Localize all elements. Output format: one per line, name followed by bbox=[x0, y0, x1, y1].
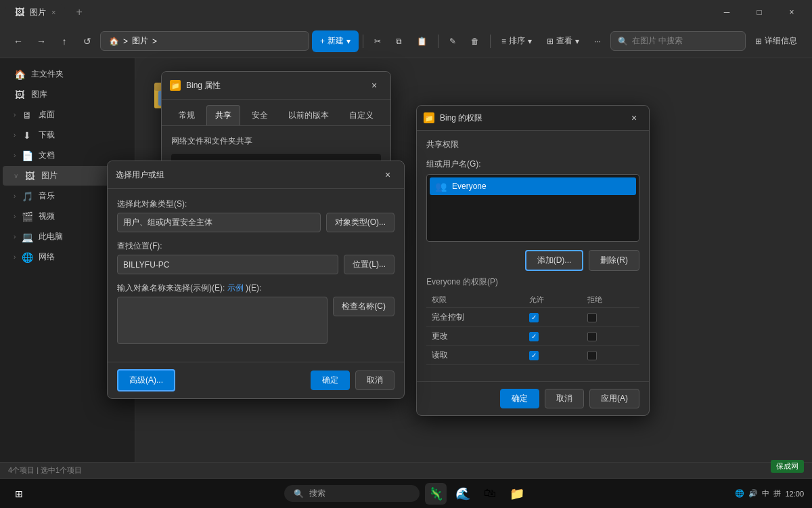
computer-icon: 💻 bbox=[21, 232, 33, 242]
location-label: 查找位置(F): bbox=[117, 240, 394, 252]
minimize-button[interactable]: ─ bbox=[712, 3, 742, 22]
view-dropdown-icon: ▾ bbox=[575, 37, 579, 46]
tab-label: 图片 bbox=[30, 7, 46, 18]
sidebar-label-documents: 文档 bbox=[39, 150, 55, 161]
perm-read-deny bbox=[582, 346, 640, 365]
select-users-title-bar: 选择用户或组 × bbox=[108, 161, 404, 189]
tab-previous-versions[interactable]: 以前的版本 bbox=[279, 105, 338, 125]
select-users-cancel-button[interactable]: 取消 bbox=[355, 371, 394, 390]
select-users-close-button[interactable]: × bbox=[380, 167, 396, 183]
lang-indicator[interactable]: 中 bbox=[762, 488, 769, 499]
sidebar-label-home: 主文件夹 bbox=[31, 68, 64, 80]
tab-security[interactable]: 安全 bbox=[243, 105, 277, 125]
read-allow-checkbox[interactable]: ✓ bbox=[529, 351, 539, 360]
address-bar[interactable]: 🏠 > 图片 > bbox=[100, 31, 309, 51]
full-control-allow-checkbox[interactable]: ✓ bbox=[529, 313, 539, 322]
view-button[interactable]: ⊞ 查看 ▾ bbox=[540, 30, 586, 52]
network-tray-icon[interactable]: 🌐 bbox=[735, 489, 744, 498]
up-button[interactable]: ↑ bbox=[54, 31, 74, 51]
refresh-button[interactable]: ↺ bbox=[77, 31, 97, 51]
forward-button[interactable]: → bbox=[31, 31, 51, 51]
taskbar-folder-icon[interactable]: 📁 bbox=[506, 483, 528, 505]
everyone-user-item[interactable]: 👥 Everyone bbox=[430, 177, 636, 195]
share-permissions-label: 共享权限 bbox=[426, 139, 639, 150]
change-allow-checkbox[interactable]: ✓ bbox=[529, 332, 539, 341]
bing-props-title-bar: 📁 Bing 属性 × bbox=[162, 72, 390, 100]
detail-icon: ⊞ bbox=[755, 37, 762, 46]
taskbar-edge-icon[interactable]: 🌊 bbox=[452, 483, 474, 505]
object-type-row: 选择此对象类型(S): 用户、组或内置安全主体 对象类型(O)... bbox=[117, 198, 394, 232]
remove-button[interactable]: 删除(R) bbox=[589, 250, 639, 271]
sidebar-label-computer: 此电脑 bbox=[39, 231, 63, 242]
select-users-ok-button[interactable]: 确定 bbox=[311, 371, 350, 390]
object-types-button[interactable]: 对象类型(O)... bbox=[326, 213, 394, 232]
permissions-table-label: Everyone 的权限(P) bbox=[426, 276, 639, 288]
tab-close-icon[interactable]: × bbox=[51, 8, 55, 16]
select-users-body: 选择此对象类型(S): 用户、组或内置安全主体 对象类型(O)... 查找位置(… bbox=[108, 189, 404, 362]
advanced-button[interactable]: 高级(A)... bbox=[117, 369, 175, 391]
tab-share[interactable]: 共享 bbox=[206, 105, 240, 125]
taskbar-explorer-icon[interactable]: 🦎 bbox=[425, 483, 447, 505]
select-users-dialog: 选择用户或组 × 选择此对象类型(S): 用户、组或内置安全主体 对象类型(O)… bbox=[107, 161, 405, 399]
taskbar-store-icon[interactable]: 🛍 bbox=[479, 483, 501, 505]
sidebar-item-home[interactable]: 🏠 主文件夹 bbox=[3, 64, 132, 84]
bing-props-close-button[interactable]: × bbox=[366, 77, 382, 93]
col-deny: 拒绝 bbox=[582, 292, 640, 308]
sidebar-item-downloads[interactable]: › ⬇ 下载 bbox=[3, 125, 132, 145]
change-deny-checkbox[interactable] bbox=[587, 332, 597, 341]
address-path: 图片 bbox=[132, 35, 148, 47]
object-type-input-row: 用户、组或内置安全主体 对象类型(O)... bbox=[117, 213, 394, 232]
tab-customize[interactable]: 自定义 bbox=[340, 105, 382, 125]
permissions-icon: 📁 bbox=[424, 112, 434, 123]
more-button[interactable]: ··· bbox=[587, 30, 608, 52]
sidebar-label-gallery: 图库 bbox=[31, 89, 47, 100]
close-button[interactable]: × bbox=[777, 3, 807, 22]
full-control-deny-checkbox[interactable] bbox=[587, 313, 597, 322]
add-button[interactable]: 添加(D)... bbox=[525, 250, 584, 271]
maximize-button[interactable]: □ bbox=[744, 3, 774, 22]
perm-row-change: 更改 ✓ bbox=[426, 327, 639, 346]
back-button[interactable]: ← bbox=[8, 31, 28, 51]
address-home-icon: 🏠 bbox=[109, 37, 119, 46]
store-icon: 🛍 bbox=[484, 486, 496, 501]
sidebar-label-network: 网络 bbox=[39, 251, 55, 263]
sound-tray-icon[interactable]: 🔊 bbox=[748, 489, 758, 498]
example-link[interactable]: 示例 bbox=[227, 283, 244, 293]
new-button[interactable]: + 新建 ▾ bbox=[312, 30, 359, 52]
explorer-icon: 🦎 bbox=[428, 486, 443, 501]
taskbar-search[interactable]: 🔍 搜索 bbox=[284, 485, 420, 502]
rename-button[interactable]: ✎ bbox=[443, 30, 463, 52]
object-name-textarea[interactable] bbox=[117, 297, 328, 344]
sidebar-label-pictures: 图片 bbox=[41, 170, 58, 182]
col-permission: 权限 bbox=[426, 292, 524, 308]
group-label: 组或用户名(G): bbox=[426, 158, 639, 170]
add-tab-button[interactable]: + bbox=[70, 5, 87, 20]
baocheng-watermark: 保成网 bbox=[771, 460, 804, 473]
perm-read-label: 读取 bbox=[426, 346, 524, 365]
copy-button[interactable]: ⧉ bbox=[389, 30, 409, 52]
permissions-close-button[interactable]: × bbox=[626, 110, 642, 126]
sidebar-item-gallery[interactable]: 🖼 图库 bbox=[3, 85, 132, 104]
paste-button[interactable]: 📋 bbox=[410, 30, 434, 52]
layout-indicator[interactable]: 拼 bbox=[773, 488, 781, 499]
read-deny-checkbox[interactable] bbox=[587, 351, 597, 360]
permissions-ok-button[interactable]: 确定 bbox=[500, 389, 539, 408]
permissions-apply-button[interactable]: 应用(A) bbox=[589, 389, 639, 408]
expand-music-icon: › bbox=[14, 192, 16, 200]
locations-button[interactable]: 位置(L)... bbox=[344, 255, 394, 274]
check-names-button[interactable]: 检查名称(C) bbox=[333, 297, 394, 316]
input-name-row: 输入对象名称来选择(示例)(E): 示例 )(E): 检查名称(C) bbox=[117, 282, 394, 344]
tab-general[interactable]: 常规 bbox=[170, 105, 204, 125]
detail-info-button[interactable]: ⊞ 详细信息 bbox=[748, 30, 804, 52]
perm-change-label: 更改 bbox=[426, 327, 524, 346]
tab-pictures[interactable]: 🖼 图片 × bbox=[5, 4, 65, 21]
perm-row-full-control: 完全控制 ✓ bbox=[426, 308, 639, 327]
delete-button[interactable]: 🗑 bbox=[464, 30, 486, 52]
perm-read-allow: ✓ bbox=[524, 346, 582, 365]
windows-start-button[interactable]: ⊞ bbox=[8, 483, 30, 505]
cut-button[interactable]: ✂ bbox=[367, 30, 388, 52]
search-box[interactable]: 🔍 在图片 中搜索 bbox=[610, 31, 746, 51]
sort-button[interactable]: ≡ 排序 ▾ bbox=[495, 30, 539, 52]
sidebar-item-desktop[interactable]: › 🖥 桌面 bbox=[3, 105, 132, 125]
permissions-cancel-button[interactable]: 取消 bbox=[545, 389, 584, 408]
